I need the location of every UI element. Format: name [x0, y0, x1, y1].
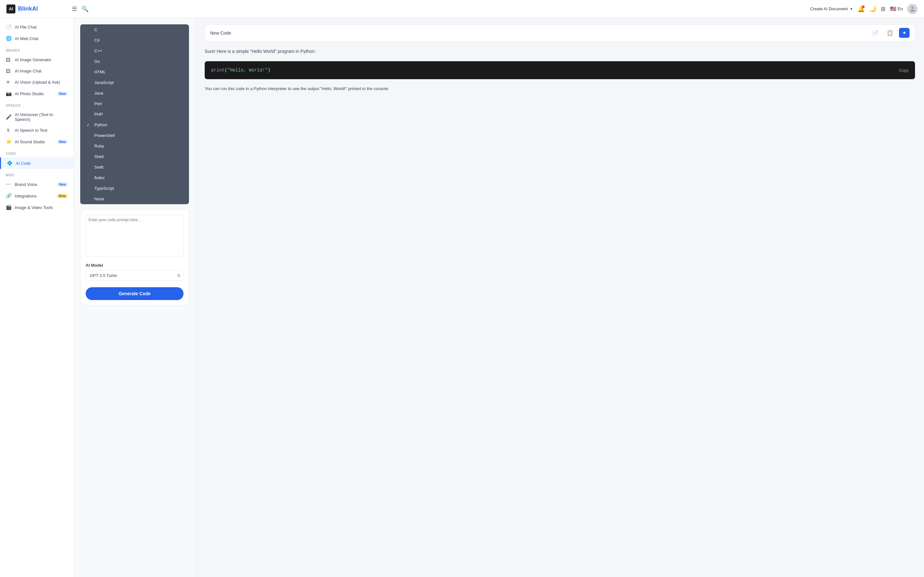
- language-button[interactable]: 🇺🇸 En: [890, 6, 903, 12]
- sidebar-item-ai-file-chat[interactable]: 📄 AI File Chat: [0, 21, 73, 33]
- integrations-icon: 🔗: [6, 193, 11, 199]
- sound-studio-icon: ⭐: [6, 139, 11, 145]
- user-avatar[interactable]: [907, 4, 918, 14]
- left-panel: C C# C++ Go HTML: [74, 18, 196, 577]
- new-badge-sound: New: [57, 140, 68, 144]
- sidebar-item-ai-image-chat[interactable]: 🖼 AI Image Chat: [0, 65, 73, 77]
- speech-section-label: SPEECH: [0, 99, 73, 109]
- logo-area: AI BlinkAI: [6, 5, 64, 13]
- logo-icon: AI: [6, 5, 15, 13]
- dropdown-item-powershell[interactable]: Powershell: [80, 130, 189, 141]
- dropdown-item-go[interactable]: Go: [80, 56, 189, 67]
- dropdown-item-python[interactable]: ✓ Python: [80, 119, 189, 130]
- notification-dot: [862, 5, 865, 8]
- dropdown-item-none[interactable]: None: [80, 193, 189, 204]
- sidebar-item-ai-photo-studio[interactable]: 📷 AI Photo Studio New: [0, 88, 73, 99]
- dropdown-item-php[interactable]: PHP: [80, 109, 189, 119]
- sidebar-item-integrations[interactable]: 🔗 Integrations Beta: [0, 190, 73, 201]
- dark-mode-button[interactable]: 🌙: [869, 5, 876, 13]
- misc-section-label: MISC: [0, 169, 73, 179]
- output-description: Sure! Here is a simple "Hello World" pro…: [205, 48, 915, 55]
- image-chat-icon: 🖼: [6, 68, 11, 74]
- code-input-area: AI Model GPT 3.5 Turbo GPT 4 GPT 4 Turbo…: [80, 210, 189, 306]
- sidebar-item-ai-web-chat[interactable]: 🌐 AI Web Chat: [0, 33, 73, 44]
- code-section-label: CODE: [0, 147, 73, 157]
- sidebar-item-ai-sound-studio[interactable]: ⭐ AI Sound Studio New: [0, 136, 73, 147]
- dropdown-item-flutter[interactable]: flutter: [80, 172, 189, 183]
- chevron-down-icon: ▼: [850, 7, 853, 11]
- output-header: 📄 📋 ✦: [205, 24, 915, 41]
- vision-icon: 👁: [6, 79, 11, 85]
- sidebar-item-brand-voice[interactable]: 〰 Brand Voice New: [0, 179, 73, 190]
- menu-button[interactable]: ☰: [72, 5, 77, 13]
- main-layout: 📄 AI File Chat 🌐 AI Web Chat IMAGES 🖼 AI…: [0, 18, 924, 577]
- right-panel: 📄 📋 ✦ Sure! Here is a simple "Hello Worl…: [196, 18, 924, 577]
- brand-voice-icon: 〰: [6, 182, 11, 187]
- logo-text: BlinkAI: [18, 5, 38, 12]
- sidebar: 📄 AI File Chat 🌐 AI Web Chat IMAGES 🖼 AI…: [0, 18, 74, 577]
- ai-model-label: AI Model: [86, 263, 184, 268]
- dropdown-item-swift[interactable]: Swift: [80, 162, 189, 172]
- code-icon: 💠: [7, 160, 13, 166]
- flag-icon: 🇺🇸: [890, 6, 897, 12]
- language-dropdown: C C# C++ Go HTML: [80, 24, 189, 204]
- output-note: You can run this code in a Python interp…: [205, 85, 915, 92]
- dropdown-item-typescript[interactable]: TypeScript: [80, 183, 189, 193]
- dropdown-item-shell[interactable]: Shell: [80, 151, 189, 162]
- dropdown-item-javascript[interactable]: JavaScript: [80, 77, 189, 88]
- copy-button[interactable]: Copy: [899, 68, 909, 73]
- code-function: print: [211, 68, 225, 73]
- dropdown-item-html[interactable]: HTML: [80, 67, 189, 77]
- dropdown-item-csharp[interactable]: C#: [80, 35, 189, 45]
- header: AI BlinkAI ☰ 🔍 Create AI Document ▼ 🔔 🌙 …: [0, 0, 924, 18]
- dropdown-item-cpp[interactable]: C++: [80, 45, 189, 56]
- generate-code-button[interactable]: Generate Code: [86, 287, 184, 300]
- new-badge-brand: New: [57, 182, 68, 187]
- code-string: "Hello, World!": [227, 68, 268, 73]
- search-button[interactable]: 🔍: [81, 5, 89, 13]
- photo-studio-icon: 📷: [6, 91, 11, 97]
- new-badge: New: [57, 92, 68, 96]
- ai-action-button[interactable]: ✦: [899, 28, 909, 38]
- code-prompt-textarea[interactable]: [86, 215, 184, 256]
- video-tools-icon: 🎬: [6, 205, 11, 210]
- beta-badge: Beta: [57, 194, 68, 198]
- notifications-button[interactable]: 🔔: [858, 5, 865, 13]
- header-right: Create AI Document ▼ 🔔 🌙 ⊞ 🇺🇸 En: [810, 4, 918, 14]
- code-content: print("Hello, World!"): [211, 68, 270, 73]
- sidebar-item-image-video-tools[interactable]: 🎬 Image & Video Tools: [0, 201, 73, 213]
- images-section-label: IMAGES: [0, 44, 73, 54]
- sidebar-item-ai-code[interactable]: 💠 AI Code: [0, 157, 73, 169]
- speech-text-icon: 🎙: [6, 127, 11, 133]
- dropdown-item-java[interactable]: Java: [80, 88, 189, 98]
- header-left-icons: ☰ 🔍: [72, 5, 89, 13]
- dropdown-item-perl[interactable]: Perl: [80, 98, 189, 109]
- model-select-wrapper: GPT 3.5 Turbo GPT 4 GPT 4 Turbo: [86, 270, 184, 281]
- create-document-button[interactable]: Create AI Document ▼: [810, 6, 853, 11]
- ai-model-section: AI Model GPT 3.5 Turbo GPT 4 GPT 4 Turbo: [86, 263, 184, 281]
- grid-button[interactable]: ⊞: [881, 5, 885, 13]
- voiceover-icon: 🎤: [6, 114, 11, 120]
- globe-icon: 🌐: [6, 35, 11, 41]
- content-area: C C# C++ Go HTML: [74, 18, 924, 577]
- dropdown-item-c[interactable]: C: [80, 24, 189, 35]
- copy-action-button[interactable]: 📋: [884, 29, 896, 37]
- sidebar-item-ai-image-generator[interactable]: 🖼 AI Image Generator: [0, 54, 73, 65]
- document-action-button[interactable]: 📄: [869, 29, 881, 37]
- code-block: print("Hello, World!") Copy: [205, 61, 915, 79]
- image-gen-icon: 🖼: [6, 57, 11, 63]
- sidebar-item-ai-vision[interactable]: 👁 AI Vision (Upload & Ask): [0, 77, 73, 88]
- sidebar-item-ai-speech-to-text[interactable]: 🎙 AI Speech to Text: [0, 125, 73, 136]
- sidebar-item-ai-voiceover[interactable]: 🎤 AI Voiceover (Text to Speech): [0, 109, 73, 125]
- file-icon: 📄: [6, 24, 11, 30]
- output-title-input[interactable]: [210, 31, 866, 35]
- model-select[interactable]: GPT 3.5 Turbo GPT 4 GPT 4 Turbo: [86, 270, 184, 281]
- dropdown-item-ruby[interactable]: Ruby: [80, 141, 189, 151]
